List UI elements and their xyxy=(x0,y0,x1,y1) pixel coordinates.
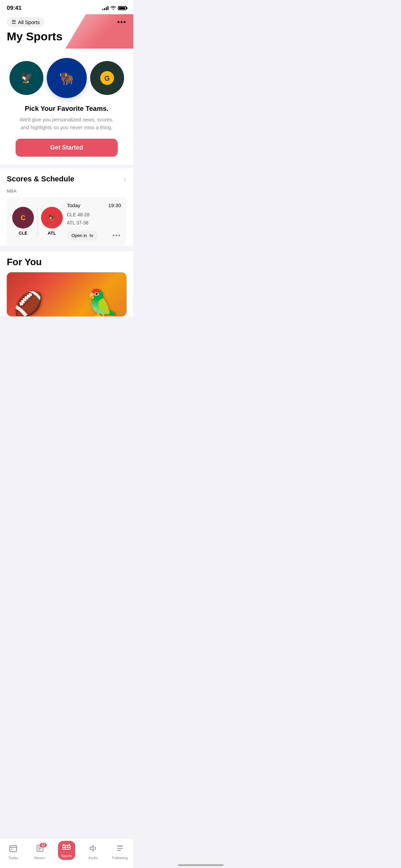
menu-icon: ☰ xyxy=(12,19,16,25)
cle-logo: C xyxy=(12,207,34,229)
game-date: Today xyxy=(67,202,80,208)
atl-abbr: ATL xyxy=(41,231,63,236)
header: ☰ All Sports ••• My Sports xyxy=(0,14,133,48)
bills-team: 🦬 xyxy=(47,58,87,98)
team-picker-section: 🦅 🦬 G Pick Yo xyxy=(0,48,133,165)
eagles-logo: 🦅 xyxy=(9,61,43,95)
helmet-icon: 🏈 xyxy=(14,290,43,316)
all-sports-label: All Sports xyxy=(18,19,40,25)
atl-logo: 🦅 xyxy=(41,207,63,229)
header-top-row: ☰ All Sports ••• xyxy=(7,17,126,27)
game-time-row: Today 19:30 xyxy=(67,202,121,208)
section-header: Scores & Schedule xyxy=(7,174,126,184)
for-you-section: For You 🏈 🦜 xyxy=(0,251,133,316)
page-title: My Sports xyxy=(7,30,126,43)
svg-text:C: C xyxy=(21,214,25,221)
open-tv-button[interactable]: Open in tv xyxy=(67,231,98,240)
svg-text:🦅: 🦅 xyxy=(20,72,33,84)
svg-text:🦅: 🦅 xyxy=(48,214,56,221)
scores-section: Scores & Schedule NBA C CLE xyxy=(0,168,133,246)
cle-abbr: CLE xyxy=(12,231,34,236)
pick-subtitle: We'll give you personalized news, scores… xyxy=(16,116,118,131)
packers-team: G xyxy=(90,61,124,95)
atl-record: ATL 37-38 xyxy=(67,219,121,227)
battery-icon xyxy=(118,6,126,10)
signal-icon xyxy=(102,6,108,10)
game-actions: Open in tv ••• xyxy=(67,231,121,240)
eagles-team: 🦅 xyxy=(9,61,43,95)
scores-title: Scores & Schedule xyxy=(7,175,74,183)
scores-chevron[interactable] xyxy=(123,174,126,184)
game-scores: CLE 48-28 ATL 37-38 xyxy=(67,211,121,227)
game-card: C CLE 🦅 ATL xyxy=(7,197,126,246)
status-icons xyxy=(102,5,126,11)
bills-logo: 🦬 xyxy=(47,58,87,98)
svg-text:G: G xyxy=(104,75,110,82)
league-label: NBA xyxy=(7,189,126,194)
cle-record: CLE 48-28 xyxy=(67,211,121,219)
get-started-button[interactable]: Get Started xyxy=(16,139,117,157)
game-details: Today 19:30 CLE 48-28 ATL 37-38 Open in xyxy=(63,202,121,240)
packers-logo: G xyxy=(90,61,124,95)
all-sports-button[interactable]: ☰ All Sports xyxy=(7,17,44,27)
svg-text:🦬: 🦬 xyxy=(59,72,74,85)
for-you-title: For You xyxy=(7,257,126,268)
wifi-icon xyxy=(111,5,116,11)
for-you-image: 🏈 🦜 xyxy=(7,272,126,316)
status-bar: 09:41 xyxy=(0,0,133,14)
more-button[interactable]: ••• xyxy=(117,18,126,26)
status-time: 09:41 xyxy=(7,5,21,12)
pick-title: Pick Your Favorite Teams. xyxy=(7,105,126,113)
game-more-button[interactable]: ••• xyxy=(113,232,121,239)
cardinals-icon: 🦜 xyxy=(86,288,120,316)
team-logos: 🦅 🦬 G xyxy=(7,58,126,98)
game-time: 19:30 xyxy=(108,202,121,208)
apple-tv-label: Open in xyxy=(72,233,87,238)
